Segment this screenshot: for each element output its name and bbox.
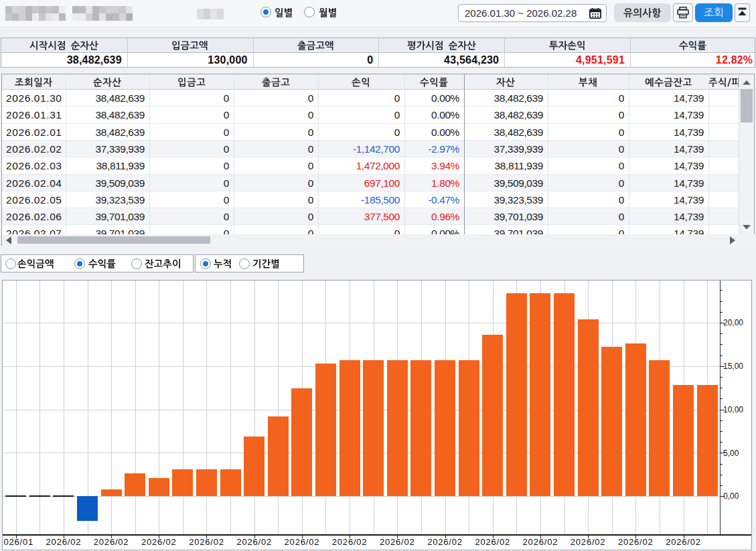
svg-text:0,00: 0,00 xyxy=(723,491,739,501)
svg-text:10,00: 10,00 xyxy=(723,405,743,414)
svg-text:2026/02: 2026/02 xyxy=(475,537,510,547)
svg-text:2026/02: 2026/02 xyxy=(571,537,606,547)
svg-text:2026/02: 2026/02 xyxy=(285,537,320,547)
svg-text:2026/02: 2026/02 xyxy=(332,537,368,547)
svg-text:2026/01: 2026/01 xyxy=(3,537,33,547)
svg-text:2026/02: 2026/02 xyxy=(236,537,272,547)
svg-text:2026/02: 2026/02 xyxy=(380,537,415,547)
svg-text:2026/02: 2026/02 xyxy=(666,537,701,547)
svg-text:2026/02: 2026/02 xyxy=(618,537,654,547)
svg-text:20,00: 20,00 xyxy=(723,318,743,327)
svg-text:5,00: 5,00 xyxy=(723,449,739,458)
svg-text:15,00: 15,00 xyxy=(723,362,743,371)
svg-text:2026/02: 2026/02 xyxy=(523,537,558,547)
svg-text:2026/02: 2026/02 xyxy=(427,537,463,547)
svg-text:2026/02: 2026/02 xyxy=(189,537,224,547)
svg-text:2026/02: 2026/02 xyxy=(141,537,177,547)
svg-text:2026/02: 2026/02 xyxy=(94,537,129,547)
svg-text:2026/02: 2026/02 xyxy=(46,537,82,547)
